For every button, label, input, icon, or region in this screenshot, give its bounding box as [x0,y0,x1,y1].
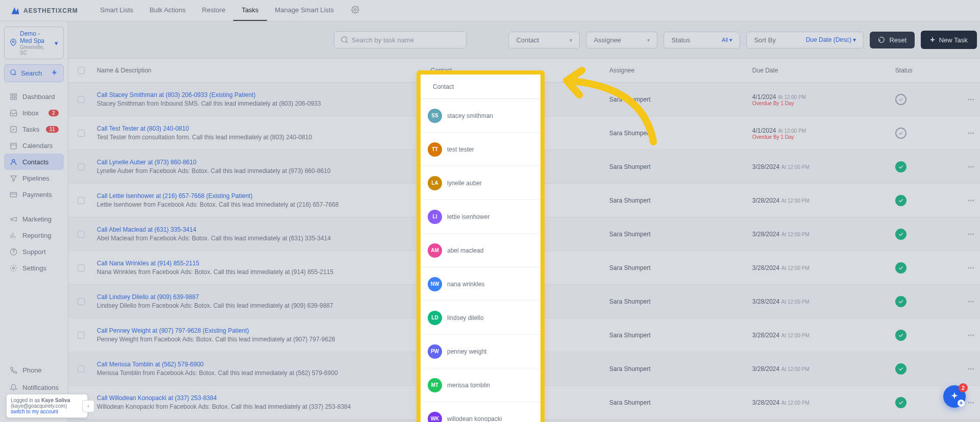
task-title[interactable]: Call Abel Maclead at (631) 335-3414 [97,226,421,233]
row-actions[interactable]: ⋯ [968,297,975,305]
status-done-icon[interactable] [895,195,906,206]
row-actions[interactable]: ⋯ [968,264,975,271]
task-title[interactable]: Call Lynelle Auber at (973) 860-8610 [97,159,421,166]
row-actions[interactable]: ⋯ [968,365,975,373]
sidebar-item-contacts[interactable]: Contacts [4,154,64,170]
plus-icon: + [958,400,965,407]
location-picker[interactable]: Demo - Med Spa Greenville, SC ▾ [4,27,64,59]
chat-fab[interactable]: + 2 [943,385,966,408]
status-done-icon[interactable] [895,397,906,408]
task-title[interactable]: Call Lindsey Dilello at (909) 639-9887 [97,293,421,301]
task-title[interactable]: Call Lettie Isenhower at (216) 657-7668 … [97,192,421,200]
contact-name: merissa tomblin [447,382,490,389]
contact-avatar: WK [428,412,442,423]
topnav-tasks[interactable]: Tasks [233,0,266,21]
select-all-checkbox[interactable] [78,67,85,74]
row-actions[interactable]: ⋯ [968,129,975,137]
topnav-manage-smart-lists[interactable]: Manage Smart Lists [267,0,342,21]
topnav-restore[interactable]: Restore [194,0,234,21]
brand-text: AESTHETIXCRM [23,7,78,14]
assignee: Sara Shumpert [609,130,752,137]
new-task-button[interactable]: + New Task [921,31,976,49]
megaphone-icon [9,215,17,223]
badge: 2 [48,110,59,116]
calendar-icon [9,141,17,150]
contact-name: lynelle auber [447,180,482,187]
sort-by[interactable]: Sort ByDue Date (Desc) ▾ [746,32,864,48]
task-title[interactable]: Call Stacey Smithman at (803) 206-0933 (… [97,91,421,98]
assignee-filter[interactable]: Assignee▾ [586,32,657,48]
row-checkbox[interactable] [78,264,85,271]
col-status[interactable]: Status [895,67,957,74]
task-title[interactable]: Call Willodean Konopacki at (337) 253-83… [97,394,421,402]
status-done-icon[interactable] [895,161,906,172]
row-actions[interactable]: ⋯ [968,399,975,406]
topnav-smart-lists[interactable]: Smart Lists [92,0,141,21]
svg-point-11 [12,159,15,162]
sidebar-item-dashboard[interactable]: Dashboard [4,88,64,105]
search-icon [10,69,17,78]
contact-name: lettie isenhower [447,213,489,220]
status-open-icon[interactable] [895,94,906,105]
row-actions[interactable]: ⋯ [968,163,975,170]
col-name[interactable]: Name & Description [94,67,421,74]
sidebar-item-settings[interactable]: Settings [4,260,64,276]
row-actions[interactable]: ⋯ [968,230,975,238]
status-done-icon[interactable] [895,229,906,240]
due-date: 3/28/2024 [752,399,779,406]
sidebar-item-notifications[interactable]: Notifications [4,379,64,395]
impersonation-box: Logged in as Kaye Soliva (kaye@goacquire… [6,394,88,418]
col-contact[interactable]: Contact [421,67,609,74]
status-done-icon[interactable] [895,296,906,307]
switch-account-link[interactable]: switch to my account [11,409,58,414]
task-title[interactable]: Call Merissa Tomblin at (562) 579-6900 [97,361,421,368]
row-actions[interactable]: ⋯ [968,95,975,103]
row-checkbox[interactable] [78,130,85,137]
contact-filter[interactable]: Contact▾ [508,32,580,48]
row-actions[interactable]: ⋯ [968,331,975,339]
task-title[interactable]: Call Penney Weight at (907) 797-9628 (Ex… [97,327,421,334]
settings-gear-icon[interactable] [346,1,364,20]
sidebar-item-phone[interactable]: Phone [4,362,64,378]
col-due[interactable]: Due Date [752,67,895,74]
status-filter[interactable]: StatusAll ▾ [664,32,740,48]
reset-button[interactable]: Reset [870,32,915,48]
highlight-cutout: Contact SSstacey smithmanTTtest testerLA… [421,75,541,422]
row-checkbox[interactable] [78,197,85,204]
sidebar-item-pipelines[interactable]: Pipelines [4,170,64,186]
task-title[interactable]: Call Test Tester at (803) 240-0810 [97,125,421,132]
row-checkbox[interactable] [78,231,85,238]
status-open-icon[interactable] [895,128,906,139]
location-name: Demo - Med Spa [20,30,52,44]
due-time: At 12:00 PM [781,164,810,170]
row-checkbox[interactable] [78,163,85,170]
svg-point-0 [354,9,356,11]
sidebar-item-inbox[interactable]: Inbox2 [4,105,64,121]
sidebar-item-calendars[interactable]: Calendars [4,137,64,154]
collapse-icon[interactable]: ‹ [82,400,94,412]
task-desc: Test Tester from consultation form. Call… [97,134,421,141]
status-done-icon[interactable] [895,363,906,375]
topnav-bulk-actions[interactable]: Bulk Actions [141,0,194,21]
contact-avatar: PW [428,344,442,359]
row-checkbox[interactable] [78,96,85,103]
task-title[interactable]: Call Nana Wrinkles at (914) 855-2115 [97,260,421,267]
row-checkbox[interactable] [78,298,85,305]
global-search-button[interactable]: Search [4,64,64,82]
assignee: Sara Shumpert [609,365,752,373]
cutout-contact-row: AMabel maclead [421,234,541,267]
task-search-input[interactable]: Search by task name [334,31,467,48]
sidebar-item-marketing[interactable]: Marketing [4,211,64,227]
col-assignee[interactable]: Assignee [609,67,752,74]
row-actions[interactable]: ⋯ [968,196,975,204]
status-done-icon[interactable] [895,262,906,274]
svg-rect-5 [14,93,16,95]
status-done-icon[interactable] [895,330,906,341]
sidebar-item-support[interactable]: Support [4,243,64,260]
sidebar-item-payments[interactable]: Payments [4,186,64,203]
sidebar-item-reporting[interactable]: Reporting [4,227,64,243]
due-time: At 12:00 PM [778,94,806,100]
row-checkbox[interactable] [78,332,85,339]
sidebar-item-tasks[interactable]: Tasks11 [4,121,64,137]
row-checkbox[interactable] [78,365,85,373]
